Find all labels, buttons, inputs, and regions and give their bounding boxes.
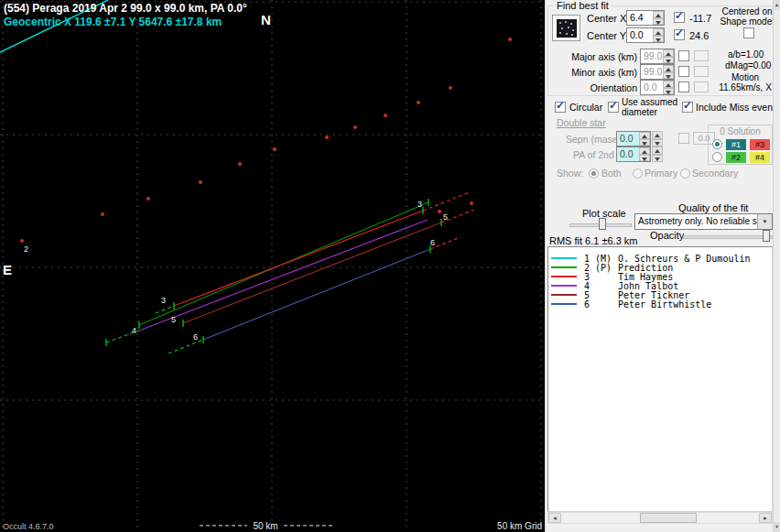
observer-list[interactable]: 1 (M)O. Schreurs & P Dumoulin2 (P)Predic…: [547, 246, 773, 512]
minor-axis-checkbox[interactable]: [678, 66, 689, 77]
minor-axis-value: 99.0: [641, 65, 663, 79]
center-y-label: Center Y: [587, 30, 626, 41]
observer-rows: 1 (M)O. Schreurs & P Dumoulin2 (P)Predic…: [548, 247, 772, 309]
center-x-offset: -11.7: [689, 13, 711, 24]
solution-count-label: 0 Solution: [709, 126, 772, 136]
chord-number-label: 2: [24, 244, 28, 254]
sepn-checkbox[interactable]: [678, 133, 689, 144]
quality-of-fit-label: Quality of the fit: [678, 202, 748, 213]
spinner-up-icon[interactable]: [653, 28, 664, 36]
major-axis-checkbox[interactable]: [678, 50, 689, 61]
scroll-down-button[interactable]: ▼: [774, 522, 780, 532]
sepn-fine-arrows[interactable]: [652, 131, 663, 147]
center-y-offset: 24.6: [689, 30, 709, 41]
astrometry-dot: [508, 38, 512, 41]
astrometry-dot: [199, 180, 202, 184]
spinner-up-icon[interactable]: [653, 11, 664, 18]
include-miss-events-checkbox[interactable]: [682, 102, 693, 113]
observer-name: Peter Birtwhistle: [618, 299, 711, 309]
scroll-right-button[interactable]: ►: [759, 513, 772, 523]
show-primary-radio[interactable]: [633, 168, 643, 179]
solution-2-label: #2: [726, 152, 746, 163]
spinner-up-icon[interactable]: [663, 81, 674, 88]
scroll-up-button[interactable]: ▲: [774, 0, 780, 10]
chord-4-talbot: [139, 220, 428, 331]
pa-of-2nd-spinner[interactable]: 0.0: [616, 147, 651, 162]
spinner-up-icon[interactable]: [663, 49, 674, 57]
spinner-up-icon[interactable]: [652, 131, 663, 139]
spinner-up-icon[interactable]: [639, 132, 650, 139]
minor-axis-aux-field[interactable]: [694, 66, 709, 77]
major-axis-aux-field[interactable]: [694, 50, 709, 61]
center-x-checkbox[interactable]: [674, 12, 685, 23]
spinner-down-icon[interactable]: [652, 155, 663, 163]
chord-number-label: 5: [443, 212, 448, 222]
centered-on-line2: Shape model: [720, 16, 775, 27]
chord-color-swatch: [551, 257, 577, 259]
spinner-up-icon[interactable]: [639, 147, 650, 155]
north-label: N: [261, 12, 271, 27]
spinner-down-icon[interactable]: [663, 88, 674, 95]
spinner-down-icon[interactable]: [639, 139, 650, 147]
sepn-spinner[interactable]: 0.0: [616, 131, 651, 147]
observer-number: 6: [584, 299, 618, 309]
scroll-left-button[interactable]: ◄: [548, 513, 561, 523]
slider-track: [683, 235, 773, 239]
center-x-spinner[interactable]: 6.4: [626, 10, 665, 26]
spinner-down-icon[interactable]: [663, 57, 674, 64]
show-secondary-label: Secondary: [692, 168, 738, 179]
spinner-arrows: [653, 11, 664, 25]
solution-2-radio[interactable]: [712, 152, 722, 162]
list-item[interactable]: 3Tim Haymes: [548, 272, 772, 281]
orientation-spinner[interactable]: 0.0: [640, 80, 675, 95]
show-secondary-radio[interactable]: [680, 168, 690, 179]
list-item[interactable]: 2 (P)Prediction: [548, 263, 772, 272]
shape-model-button[interactable]: [552, 15, 580, 41]
group-title: Find best fit: [554, 0, 612, 11]
scrollbar-thumb[interactable]: [640, 513, 697, 523]
circular-label: Circular: [569, 102, 602, 113]
vertical-scrollbar[interactable]: ▲ ▼: [773, 0, 780, 532]
use-assumed-diameter-checkbox[interactable]: [608, 102, 619, 113]
quality-dropdown[interactable]: Astrometry only. No reliable size ▼: [634, 213, 773, 230]
astrometry-dot: [353, 125, 357, 129]
chord-number-label: 3: [161, 296, 166, 305]
dmag-label: dMag=0.00: [725, 60, 771, 71]
major-axis-spinner[interactable]: 99.0: [640, 49, 675, 64]
orientation-aux-field[interactable]: [694, 81, 709, 92]
show-both-radio[interactable]: [589, 168, 599, 179]
solution-1-radio[interactable]: [712, 139, 722, 149]
center-y-spinner[interactable]: 0.0: [626, 27, 665, 43]
spinner-up-icon[interactable]: [663, 65, 674, 72]
slider-thumb[interactable]: [763, 230, 770, 242]
list-item[interactable]: 6Peter Birtwhistle: [548, 299, 772, 309]
spinner-up-icon[interactable]: [652, 147, 663, 155]
spinner-down-icon[interactable]: [663, 72, 674, 80]
spinner-down-icon[interactable]: [653, 18, 664, 26]
list-horizontal-scrollbar[interactable]: ◄ ►: [547, 512, 773, 524]
pa-of-2nd-label: PA of 2nd: [573, 149, 614, 160]
spinner-down-icon[interactable]: [639, 155, 650, 162]
orientation-value: 0.0: [641, 81, 663, 94]
show-both-label: Both: [601, 168, 622, 179]
chevron-down-icon: ▼: [763, 219, 768, 224]
spinner-down-icon[interactable]: [653, 36, 664, 43]
spinner-down-icon[interactable]: [652, 139, 663, 147]
minor-axis-spinner[interactable]: 99.0: [640, 64, 675, 80]
circular-checkbox[interactable]: [555, 102, 566, 113]
chord-6-birtwhistle: [168, 340, 203, 353]
pa-fine-arrows[interactable]: [652, 147, 663, 162]
opacity-slider[interactable]: [683, 230, 773, 243]
list-item[interactable]: 1 (M)O. Schreurs & P Dumoulin: [548, 254, 772, 263]
slider-thumb[interactable]: [599, 218, 606, 230]
list-item[interactable]: 4John Talbot: [548, 281, 772, 290]
plot-scale-slider[interactable]: [569, 218, 632, 231]
chord-number-label: 5: [171, 315, 176, 324]
chord-color-swatch: [551, 303, 577, 305]
dropdown-button[interactable]: ▼: [757, 214, 772, 229]
center-y-checkbox[interactable]: [674, 29, 685, 40]
centered-on-checkbox[interactable]: [743, 27, 754, 38]
orientation-checkbox[interactable]: [678, 81, 689, 92]
shape-model-icon: [557, 19, 577, 38]
list-item[interactable]: 5Peter Tickner: [548, 290, 772, 299]
